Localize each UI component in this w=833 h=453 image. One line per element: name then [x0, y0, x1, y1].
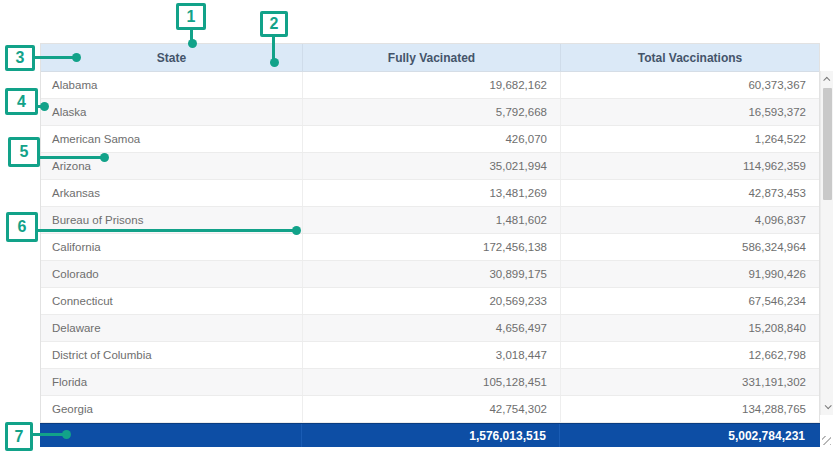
table-row[interactable]: American Samoa 426,070 1,264,522	[41, 126, 819, 153]
callout-5-connector	[39, 156, 105, 159]
fully-vaccinated-cell: 35,021,994	[303, 153, 561, 179]
summary-total-vaccinations-total: 5,002,784,231	[560, 424, 818, 447]
fully-vaccinated-cell: 42,754,302	[303, 396, 561, 422]
state-cell: Alaska	[41, 99, 303, 125]
callout-2-box: 2	[260, 11, 288, 37]
callout-5-box: 5	[8, 137, 40, 167]
callout-3-connector	[34, 56, 77, 59]
state-cell: American Samoa	[41, 126, 303, 152]
callout-1-box: 1	[176, 3, 206, 30]
fully-vaccinated-cell: 13,481,269	[303, 180, 561, 206]
state-cell: Georgia	[41, 396, 303, 422]
state-cell: Connecticut	[41, 288, 303, 314]
table-row[interactable]: California 172,456,138 586,324,964	[41, 234, 819, 261]
column-header-total-vaccinations[interactable]: Total Vaccinations	[561, 44, 819, 71]
state-cell: Delaware	[41, 315, 303, 341]
fully-vaccinated-cell: 172,456,138	[303, 234, 561, 260]
fully-vaccinated-cell: 30,899,175	[303, 261, 561, 287]
table-row[interactable]: District of Columbia 3,018,447 12,662,79…	[41, 342, 819, 369]
summary-state-cell	[40, 424, 302, 447]
scrollbar-thumb[interactable]	[823, 88, 832, 200]
fully-vaccinated-cell: 4,656,497	[303, 315, 561, 341]
state-cell: Florida	[41, 369, 303, 395]
fully-vaccinated-cell: 105,128,451	[303, 369, 561, 395]
callout-7-dot	[62, 430, 71, 439]
table-row[interactable]: Delaware 4,656,497 15,208,840	[41, 315, 819, 342]
fully-vaccinated-cell: 5,792,668	[303, 99, 561, 125]
vaccination-table: State Fully Vacinated Total Vaccinations…	[40, 43, 820, 423]
total-vaccinations-cell: 1,264,522	[561, 126, 819, 152]
callout-3-box: 3	[5, 45, 35, 71]
total-vaccinations-cell: 16,593,372	[561, 99, 819, 125]
callout-2-dot	[270, 58, 279, 67]
callout-4-box: 4	[5, 88, 38, 115]
table-row[interactable]: Georgia 42,754,302 134,288,765	[41, 396, 819, 423]
fully-vaccinated-cell: 3,018,447	[303, 342, 561, 368]
total-vaccinations-cell: 134,288,765	[561, 396, 819, 422]
callout-3-dot	[72, 53, 81, 62]
summary-fully-vaccinated-total: 1,576,013,515	[302, 424, 560, 447]
fully-vaccinated-cell: 20,569,233	[303, 288, 561, 314]
table-row[interactable]: Alaska 5,792,668 16,593,372	[41, 99, 819, 126]
total-vaccinations-cell: 4,096,837	[561, 207, 819, 233]
state-cell: Arkansas	[41, 180, 303, 206]
callout-6-box: 6	[6, 212, 38, 242]
total-vaccinations-cell: 586,324,964	[561, 234, 819, 260]
callout-5-dot	[100, 153, 109, 162]
total-vaccinations-cell: 12,662,798	[561, 342, 819, 368]
table-body: Alabama 19,682,162 60,373,367 Alaska 5,7…	[41, 72, 819, 423]
table-row[interactable]: Colorado 30,899,175 91,990,426	[41, 261, 819, 288]
scroll-up-button[interactable]	[821, 72, 833, 87]
state-cell: California	[41, 234, 303, 260]
state-cell: District of Columbia	[41, 342, 303, 368]
vertical-scrollbar[interactable]	[820, 71, 833, 415]
callout-6-connector	[37, 229, 297, 232]
chevron-down-icon	[825, 402, 832, 409]
fully-vaccinated-cell: 426,070	[303, 126, 561, 152]
scroll-down-button[interactable]	[821, 399, 833, 414]
fully-vaccinated-cell: 1,481,602	[303, 207, 561, 233]
callout-1-dot	[188, 39, 197, 48]
callout-4-dot	[40, 102, 49, 111]
table-row[interactable]: Alabama 19,682,162 60,373,367	[41, 72, 819, 99]
table-row[interactable]: Arizona 35,021,994 114,962,359	[41, 153, 819, 180]
total-vaccinations-cell: 91,990,426	[561, 261, 819, 287]
total-vaccinations-cell: 42,873,453	[561, 180, 819, 206]
state-cell: Colorado	[41, 261, 303, 287]
summary-total-row: 1,576,013,515 5,002,784,231	[40, 423, 820, 447]
chevron-up-icon	[823, 77, 830, 84]
fully-vaccinated-cell: 19,682,162	[303, 72, 561, 98]
total-vaccinations-cell: 15,208,840	[561, 315, 819, 341]
table-row[interactable]: Florida 105,128,451 331,191,302	[41, 369, 819, 396]
resize-grip-icon	[822, 436, 831, 445]
state-cell: Alabama	[41, 72, 303, 98]
table-header-row: State Fully Vacinated Total Vaccinations	[41, 44, 819, 72]
total-vaccinations-cell: 60,373,367	[561, 72, 819, 98]
callout-6-dot	[292, 226, 301, 235]
table-row[interactable]: Arkansas 13,481,269 42,873,453	[41, 180, 819, 207]
total-vaccinations-cell: 114,962,359	[561, 153, 819, 179]
total-vaccinations-cell: 67,546,234	[561, 288, 819, 314]
column-header-fully-vaccinated[interactable]: Fully Vacinated	[303, 44, 561, 71]
table-row[interactable]: Connecticut 20,569,233 67,546,234	[41, 288, 819, 315]
total-vaccinations-cell: 331,191,302	[561, 369, 819, 395]
callout-7-box: 7	[5, 422, 33, 451]
